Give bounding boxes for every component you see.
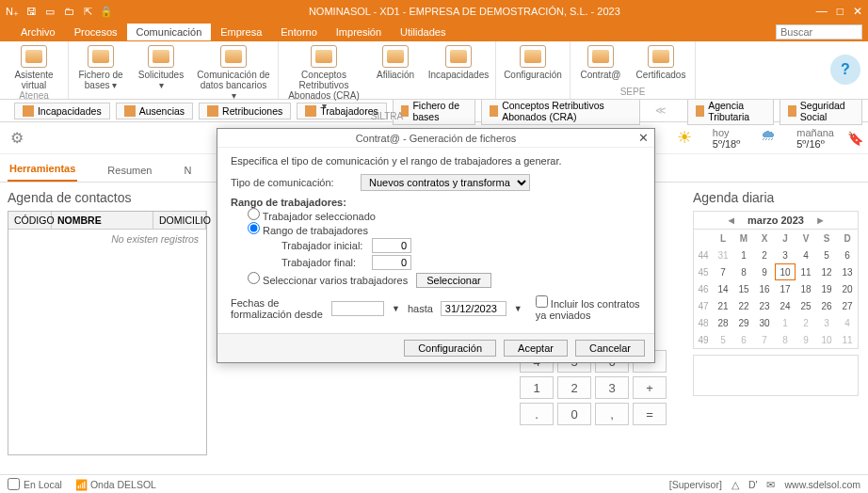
qt-agencia[interactable]: Agencia Tributaria bbox=[687, 97, 774, 125]
ribbon-configuracion[interactable]: Configuración bbox=[504, 45, 562, 80]
incluir-checkbox[interactable]: Incluir los contratos ya enviados bbox=[536, 295, 641, 321]
keypad-key[interactable]: = bbox=[633, 403, 667, 425]
lock-icon[interactable]: 🔒 bbox=[100, 6, 113, 18]
maximize-icon[interactable]: □ bbox=[837, 5, 844, 18]
mail-icon[interactable]: ✉ bbox=[766, 479, 775, 490]
calendar-day[interactable]: 5 bbox=[816, 246, 837, 263]
calendar-day[interactable]: 10 bbox=[816, 331, 837, 348]
cloud-icon[interactable]: △ bbox=[731, 479, 739, 490]
tab-empresa[interactable]: Empresa bbox=[211, 24, 271, 40]
calendar-day[interactable]: 13 bbox=[837, 263, 858, 280]
ribbon-contrat[interactable]: Contrat@ bbox=[578, 45, 623, 80]
folder-icon[interactable]: 🗀 bbox=[62, 6, 75, 18]
fecha-desde-input[interactable] bbox=[331, 301, 384, 316]
keypad-key[interactable]: 3 bbox=[595, 376, 629, 399]
qt-ausencias[interactable]: Ausencias bbox=[116, 103, 193, 119]
minimize-icon[interactable]: — bbox=[816, 5, 828, 18]
calendar-day[interactable]: 12 bbox=[816, 263, 837, 280]
calendar-day[interactable]: 21 bbox=[713, 297, 733, 314]
calendar-day[interactable]: 22 bbox=[733, 297, 754, 314]
tab-procesos[interactable]: Procesos bbox=[65, 24, 127, 40]
contacts-table[interactable]: CÓDIGO NOMBRE DOMICILIO No existen regis… bbox=[8, 211, 207, 455]
calendar-day[interactable]: 31 bbox=[713, 246, 733, 263]
dialog-close-icon[interactable]: ✕ bbox=[638, 131, 649, 145]
ribbon-fichero-bases[interactable]: Fichero de bases ▾ bbox=[76, 45, 125, 101]
site-link[interactable]: www.sdelsol.com bbox=[784, 479, 860, 490]
calendar-day[interactable]: 8 bbox=[733, 263, 754, 280]
local-checkbox[interactable] bbox=[8, 478, 20, 490]
export-icon[interactable]: ⇱ bbox=[81, 6, 94, 18]
search-input[interactable] bbox=[776, 24, 862, 40]
calendar-day[interactable]: 3 bbox=[816, 314, 837, 331]
tab-impresion[interactable]: Impresión bbox=[327, 24, 391, 40]
calendar-day[interactable]: 2 bbox=[754, 246, 775, 263]
seleccionar-button[interactable]: Seleccionar bbox=[416, 273, 490, 288]
keypad-key[interactable]: + bbox=[633, 376, 667, 399]
agenda-list[interactable] bbox=[693, 355, 859, 396]
tab-entorno[interactable]: Entorno bbox=[271, 24, 327, 40]
ltab-herramientas[interactable]: Herramientas bbox=[8, 157, 77, 182]
help-icon[interactable]: ? bbox=[830, 55, 860, 85]
calendar-day[interactable]: 10 bbox=[775, 263, 796, 280]
calendar-day[interactable]: 1 bbox=[775, 314, 796, 331]
calendar-day[interactable]: 27 bbox=[837, 297, 858, 314]
tab-archivo[interactable]: Archivo bbox=[11, 24, 65, 40]
calendar-grid[interactable]: LMXJVSD443112345645789101112134614151617… bbox=[693, 230, 859, 349]
calendar-day[interactable]: 26 bbox=[816, 297, 837, 314]
ribbon-cra[interactable]: Conceptos Retributivos Abonados (CRA) ▾ bbox=[286, 45, 362, 111]
ribbon-asistente-virtual[interactable]: Asistente virtual bbox=[8, 45, 60, 90]
opt-rango[interactable]: Rango de trabajadores bbox=[248, 225, 368, 236]
fecha-hasta-input[interactable] bbox=[441, 301, 506, 316]
bookmark-icon[interactable]: 🔖 bbox=[847, 131, 862, 146]
calendar-day[interactable]: 28 bbox=[713, 314, 733, 331]
opt-varios[interactable]: Seleccionar varios trabajadores bbox=[248, 275, 408, 286]
qt-incapacidades[interactable]: Incapacidades bbox=[14, 103, 110, 119]
ribbon-solicitudes[interactable]: Solicitudes ▾ bbox=[137, 45, 185, 101]
ribbon-certificados[interactable]: Certificados bbox=[635, 45, 687, 80]
close-icon[interactable]: ✕ bbox=[853, 5, 862, 18]
calendar-day[interactable]: 29 bbox=[733, 314, 754, 331]
calendar-day[interactable]: 9 bbox=[796, 331, 816, 348]
keypad-key[interactable]: 2 bbox=[557, 376, 591, 399]
calendar-day[interactable]: 6 bbox=[837, 246, 858, 263]
trabajador-inicial-input[interactable] bbox=[372, 238, 411, 253]
calendar-day[interactable]: 19 bbox=[816, 280, 837, 297]
ribbon-afiliacion[interactable]: Afiliación bbox=[373, 45, 418, 111]
ltab-n[interactable]: N bbox=[182, 159, 193, 182]
col-codigo[interactable]: CÓDIGO bbox=[8, 212, 52, 229]
calendar-day[interactable]: 15 bbox=[733, 280, 754, 297]
trabajador-final-input[interactable] bbox=[372, 255, 411, 270]
calendar-day[interactable]: 7 bbox=[713, 263, 733, 280]
calendar-day[interactable]: 11 bbox=[837, 331, 858, 348]
save-icon[interactable]: 🖫 bbox=[24, 6, 38, 18]
qt-cra[interactable]: Conceptos Retributivos Abonados (CRA) bbox=[481, 97, 640, 125]
calendar-day[interactable]: 14 bbox=[713, 280, 733, 297]
ltab-resumen[interactable]: Resumen bbox=[105, 159, 153, 182]
sync-icon[interactable]: D' bbox=[748, 479, 758, 490]
ribbon-datos-bancarios[interactable]: Comunicación de datos bancarios ▾ bbox=[197, 45, 270, 101]
calendar-day[interactable]: 8 bbox=[775, 331, 796, 348]
calendar-day[interactable]: 24 bbox=[775, 297, 796, 314]
keypad-key[interactable]: . bbox=[520, 403, 554, 425]
calendar-day[interactable]: 9 bbox=[754, 263, 775, 280]
col-nombre[interactable]: NOMBRE bbox=[52, 212, 153, 229]
tab-utilidades[interactable]: Utilidades bbox=[391, 24, 455, 40]
calendar-day[interactable]: 17 bbox=[775, 280, 796, 297]
calendar-day[interactable]: 30 bbox=[754, 314, 775, 331]
keypad-key[interactable]: 1 bbox=[520, 376, 554, 399]
calendar-day[interactable]: 4 bbox=[837, 314, 858, 331]
keypad-key[interactable]: 0 bbox=[557, 403, 591, 425]
keypad-key[interactable]: , bbox=[595, 403, 629, 425]
calendar-day[interactable]: 5 bbox=[713, 331, 733, 348]
config-button[interactable]: Configuración bbox=[404, 340, 496, 357]
aceptar-button[interactable]: Aceptar bbox=[504, 340, 568, 357]
gear-icon[interactable]: ⚙ bbox=[6, 127, 28, 150]
qt-retribuciones[interactable]: Retribuciones bbox=[199, 103, 291, 119]
tab-comunicacion[interactable]: Comunicación bbox=[127, 24, 212, 40]
calendar-day[interactable]: 3 bbox=[775, 246, 796, 263]
calendar-day[interactable]: 7 bbox=[754, 331, 775, 348]
calendar-day[interactable]: 11 bbox=[796, 263, 816, 280]
calendar-day[interactable]: 18 bbox=[796, 280, 816, 297]
open-icon[interactable]: ▭ bbox=[43, 6, 56, 18]
calendar-day[interactable]: 2 bbox=[796, 314, 816, 331]
